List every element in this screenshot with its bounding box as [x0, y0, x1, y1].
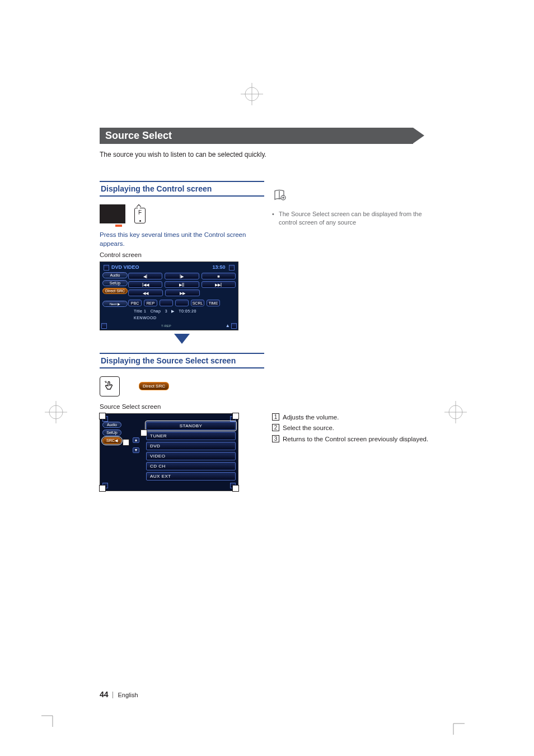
legend-list: 1Adjusts the volume. 2Select the source.… [272, 412, 437, 445]
crop-mark-left [45, 401, 67, 423]
audio-button[interactable]: Audio [102, 272, 128, 278]
scroll-down-button[interactable]: ▼ [133, 447, 139, 453]
page-language: English [113, 692, 138, 698]
callout-2: 2 [140, 430, 147, 436]
dvd-source[interactable]: DVD [146, 442, 236, 450]
standby-source[interactable]: STANDBY [146, 422, 236, 430]
tuner-source[interactable]: TUNER [146, 432, 236, 440]
legend-2: Select the source. [283, 424, 334, 431]
touch-hand-icon [100, 376, 120, 396]
section1-heading: Displaying the Control screen [100, 181, 264, 197]
direct-src-pill[interactable]: Direct SRC [139, 382, 169, 390]
eject-icon[interactable]: ▲ [226, 323, 230, 328]
legend-3: Returns to the Control screen previously… [283, 436, 428, 442]
intro-text: The source you wish to listen to can be … [100, 151, 437, 158]
crop-mark-bl [41, 710, 58, 727]
ss2-setup-button[interactable]: SetUp [102, 430, 121, 436]
in-badge: IN [242, 293, 246, 297]
stop-button[interactable]: ■ [202, 273, 236, 279]
time-button[interactable]: TIME [207, 300, 220, 306]
crop-mark-br [448, 718, 465, 735]
page-title: Source Select [105, 130, 172, 141]
callout-3: 3 [123, 439, 129, 446]
scrl-button[interactable]: SCRL [191, 300, 204, 306]
note-text: The Source Select screen can be displaye… [272, 210, 437, 227]
page-number: 44 [100, 690, 109, 699]
section2-heading: Displaying the Source Select screen [100, 353, 264, 368]
next-track-button[interactable]: ▶▶ǀ [202, 281, 236, 288]
legend-1: Adjusts the volume. [283, 414, 339, 421]
callout-1b: 1 [232, 413, 239, 419]
setup-button[interactable]: SetUp [102, 280, 128, 286]
cdch-source[interactable]: CD CH [146, 462, 236, 470]
step-fwd-button[interactable]: ǀ▶ [165, 273, 199, 279]
section2-caption: Source Select screen [100, 403, 264, 410]
scroll-up-button[interactable]: ▲ [133, 437, 139, 443]
auxext-source[interactable]: AUX EXT [146, 472, 236, 480]
play-pause-button[interactable]: ▶ǀǀ [165, 281, 199, 288]
callout-1c: 1 [99, 485, 106, 492]
section1-instruction: Press this key several times unit the Co… [100, 230, 264, 248]
ss2-src-back-button[interactable]: SRC◀ [102, 437, 121, 444]
f-key-icon: F [134, 208, 146, 223]
callout-1a: 1 [99, 413, 106, 419]
ss2-audio-button[interactable]: Audio [102, 422, 121, 428]
down-arrow-icon [174, 334, 190, 344]
callout-1d: 1 [232, 485, 239, 492]
crop-mark-right [444, 401, 467, 423]
next-button[interactable]: Next ▶ [102, 301, 128, 307]
ffwd-button[interactable]: ▶▶ [165, 290, 200, 296]
prev-button[interactable]: ǀ◀◀ [128, 281, 162, 288]
head-unit-icon [100, 204, 125, 223]
pbc-button[interactable]: PBC [128, 300, 142, 306]
note-icon [272, 189, 437, 206]
rep-button[interactable]: REP [144, 300, 157, 306]
section1-caption: Control screen [100, 251, 264, 258]
direct-src-button[interactable]: Direct SRC [102, 288, 128, 294]
page-title-bar: Source Select [100, 128, 413, 144]
step-back-button[interactable]: ◀ǀ [128, 273, 162, 279]
video-source[interactable]: VIDEO [146, 452, 236, 460]
crop-mark-top [241, 83, 263, 105]
source-select-screen: Audio SetUp SRC◀ ▲ ▼ STANDBY TUNER DVD V… [100, 413, 238, 491]
page-footer: 44 English [100, 690, 138, 699]
control-screen: DVD VIDEO 13:50 Audio SetUp Direct SRC N… [100, 262, 238, 330]
rewind-button[interactable]: ◀◀ [128, 290, 163, 296]
